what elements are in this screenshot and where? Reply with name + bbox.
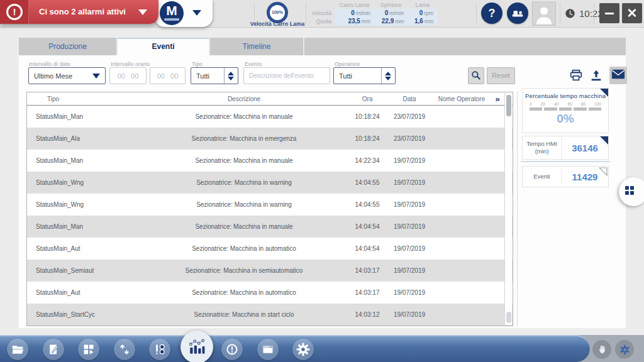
cell-tipo: StatusMain_Ala [27, 135, 140, 142]
header-descrizione[interactable]: Descrizione [140, 96, 348, 102]
export-icon[interactable] [589, 69, 603, 82]
user-avatar-button[interactable] [532, 2, 556, 26]
logo-dropdown-icon[interactable] [192, 10, 201, 16]
nav-alarms-button[interactable] [221, 339, 243, 360]
cell-ora: 14:03:17 [348, 289, 387, 296]
active-alarms-banner[interactable]: ! Ci sono 2 allarmi attivi [0, 0, 158, 24]
scale-tick: 80 [581, 102, 586, 106]
table-row[interactable]: StatusMain_Aut Sezionatrice: Macchina in… [27, 282, 513, 304]
cell-data: 19/07/2019 [387, 157, 432, 164]
cell-data: 19/07/2019 [387, 201, 432, 208]
event-label: Evento [245, 61, 262, 67]
side-drawer-handle[interactable] [619, 177, 644, 206]
percent-scale: 0 20 40 60 80 100 [523, 99, 608, 106]
operator-label: Operatore [335, 61, 360, 67]
minimize-button[interactable] [599, 3, 619, 23]
operator-select[interactable]: Tutti [333, 67, 396, 84]
hmi-time-label: Tempo HMI (min) [523, 136, 562, 159]
scale-tick: 100 [594, 102, 601, 106]
cell-descrizione: Sezionatrice: Macchina in manuale [140, 223, 348, 230]
type-select[interactable]: Tutti [191, 67, 238, 84]
table-row[interactable]: StatusMain_Semiaut Sezionatrice: Macchin… [27, 260, 513, 282]
nav-statistics-button[interactable] [180, 331, 213, 362]
alarm-icon-box: ! [0, 0, 29, 24]
nav-files-button[interactable] [7, 339, 28, 360]
cell-ora: 14:03:17 [348, 267, 387, 274]
axes-value-cell: 0m/min [335, 9, 374, 17]
clock-display: 10:22 [565, 8, 603, 19]
help-button[interactable]: ? [481, 3, 502, 24]
alarm-dropdown-icon[interactable] [138, 9, 147, 15]
percent-machine-card[interactable]: Percentuale tempo macchina 0 20 40 60 80… [522, 88, 609, 133]
axes-row-label: Velocità [308, 9, 335, 17]
cell-descrizione: Sezionatrice: Macchina in start ciclo [140, 311, 348, 318]
print-icon[interactable] [569, 69, 583, 82]
time-from-input[interactable] [109, 67, 147, 84]
header-data[interactable]: Data [387, 96, 432, 102]
nav-edit-button[interactable] [43, 339, 64, 360]
logo-menu[interactable]: M [155, 0, 213, 27]
machine-button[interactable] [507, 3, 528, 24]
tab-produzione[interactable]: Produzione [19, 38, 116, 55]
header-tipo[interactable]: Tipo [27, 96, 140, 102]
date-range-select[interactable]: Ultimo Mese [28, 67, 106, 84]
search-button[interactable] [468, 67, 484, 84]
nav-settings-button[interactable] [292, 339, 314, 360]
nav-programs-button[interactable] [78, 339, 99, 360]
speed-gauge-value: 100% [270, 5, 285, 20]
time-to-input[interactable] [150, 67, 186, 84]
cell-descrizione: Sezionatrice: Macchina in automatico [140, 289, 348, 296]
close-button[interactable] [622, 3, 642, 23]
divider [560, 3, 560, 24]
cell-tipo: StatusMain_Man [27, 113, 140, 120]
tab-timeline[interactable]: Timeline [210, 38, 303, 55]
table-scrollbar[interactable] [504, 93, 512, 325]
cell-data: 19/07/2019 [387, 223, 432, 230]
percent-scale-bars [523, 106, 608, 111]
reset-button[interactable]: Reset [487, 67, 515, 84]
header-nome-operatore[interactable]: Nome Operatore [432, 96, 491, 102]
event-description-input[interactable] [243, 67, 330, 84]
tab-eventi[interactable]: Eventi [118, 38, 209, 55]
table-row[interactable]: StatusMain_Ala Sezionatrice: Macchina in… [27, 128, 513, 150]
axes-col-header: Carro Lama [335, 2, 374, 9]
window-icon [262, 343, 274, 356]
scale-tick: 20 [541, 102, 545, 106]
quick-settings-button[interactable] [615, 340, 634, 359]
cell-tipo: StatusMain_Man [27, 157, 140, 164]
table-row[interactable]: StatusMain_Man Sezionatrice: Macchina in… [27, 150, 513, 172]
events-count-card[interactable]: Eventi 11429 [522, 166, 609, 187]
mail-button[interactable] [609, 67, 627, 84]
scrollbar-thumb[interactable] [506, 95, 511, 116]
table-row[interactable]: StatusMain_Wng Sezionatrice: Macchina in… [27, 194, 513, 216]
hmi-time-card[interactable]: Tempo HMI (min) 36146 [522, 136, 609, 160]
nav-terminal-button[interactable] [257, 339, 279, 360]
nav-tooling-button[interactable] [149, 339, 170, 360]
table-row[interactable]: StatusMain_Man Sezionatrice: Macchina in… [27, 216, 513, 238]
spinner-icon[interactable] [381, 68, 395, 84]
table-row[interactable]: StatusMain_Man Sezionatrice: Macchina in… [27, 106, 513, 128]
cell-descrizione: Sezionatrice: Macchina in automatico [140, 245, 348, 252]
table-row[interactable]: StatusMain_StartCyc Sezionatrice: Macchi… [27, 304, 513, 326]
scrollbar-end [506, 312, 511, 323]
minimize-icon [605, 13, 614, 14]
user-avatar-icon [533, 3, 555, 25]
time-range-label: Intervallo orario [111, 61, 150, 67]
cell-ora: 14:04:55 [348, 201, 387, 208]
cell-descrizione: Sezionatrice: Macchina in semiautomatico [140, 267, 348, 274]
alarms-icon [226, 343, 238, 356]
touch-mode-button[interactable] [592, 340, 611, 359]
card-corner-icon [600, 89, 608, 97]
cell-descrizione: Sezionatrice: Macchina in warning [140, 179, 348, 186]
settings-icon [296, 343, 310, 356]
column-expand-icon[interactable]: » [491, 94, 504, 104]
nav-axes-button[interactable] [114, 339, 135, 360]
hand-icon [597, 344, 607, 354]
table-row[interactable]: StatusMain_Aut Sezionatrice: Macchina in… [27, 238, 513, 260]
header-ora[interactable]: Ora [348, 96, 387, 102]
cell-tipo: StatusMain_StartCyc [27, 311, 140, 318]
spinner-icon[interactable] [224, 68, 238, 84]
axes-col-header: Spintore [374, 2, 408, 9]
gear-icon [619, 344, 630, 355]
table-row[interactable]: StatusMain_Wng Sezionatrice: Macchina in… [27, 172, 513, 194]
